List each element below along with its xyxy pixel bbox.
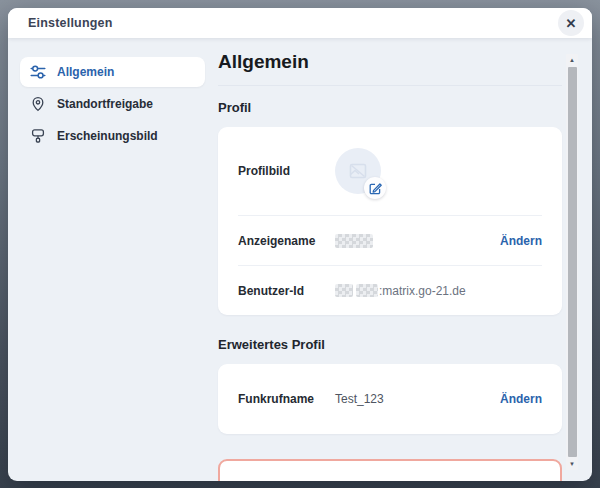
settings-dialog: Einstellungen ✕ Allgemein	[8, 8, 592, 481]
edit-pencil-icon	[369, 182, 382, 195]
vertical-scrollbar[interactable]: ▲ ▼	[566, 54, 578, 470]
no-image-icon	[347, 160, 369, 182]
section-title-erweitertes-profil: Erweitertes Profil	[218, 337, 562, 352]
scroll-up-icon[interactable]: ▲	[566, 54, 578, 66]
sidebar-item-label: Allgemein	[57, 65, 114, 79]
scroll-down-icon[interactable]: ▼	[566, 458, 578, 470]
funkrufname-label: Funkrufname	[238, 392, 335, 406]
dialog-title: Einstellungen	[28, 16, 113, 30]
heading-divider	[218, 85, 562, 86]
funkrufname-row: Funkrufname Test_123 Ändern	[218, 364, 562, 434]
benutzer-id-suffix: :matrix.go-21.de	[379, 284, 466, 298]
settings-main-pane: Allgemein Profil Profilbild	[218, 38, 562, 481]
danger-zone-card	[218, 459, 562, 481]
sidebar-item-standortfreigabe[interactable]: Standortfreigabe	[20, 89, 205, 119]
sidebar-item-allgemein[interactable]: Allgemein	[20, 57, 205, 87]
dialog-titlebar: Einstellungen ✕	[8, 8, 592, 38]
settings-sidebar: Allgemein Standortfreigabe	[20, 57, 205, 153]
funkrufname-aendern-link[interactable]: Ändern	[500, 392, 542, 406]
page-title: Allgemein	[218, 51, 562, 73]
edit-avatar-button[interactable]	[364, 177, 386, 199]
anzeigename-row: Anzeigename Ändern	[218, 216, 562, 265]
extended-profile-card: Funkrufname Test_123 Ändern	[218, 364, 562, 434]
sidebar-item-label: Standortfreigabe	[57, 97, 153, 111]
benutzer-id-value: :matrix.go-21.de	[335, 284, 466, 298]
anzeigename-label: Anzeigename	[238, 234, 335, 248]
section-title-profil: Profil	[218, 100, 562, 115]
benutzer-id-redacted-value	[356, 284, 378, 297]
funkrufname-value: Test_123	[335, 392, 384, 406]
anzeigename-aendern-link[interactable]: Ändern	[500, 234, 542, 248]
profile-card: Profilbild	[218, 127, 562, 315]
profilbild-label: Profilbild	[238, 164, 335, 178]
dialog-body: Allgemein Standortfreigabe	[8, 38, 592, 481]
close-button[interactable]: ✕	[558, 10, 584, 36]
close-icon: ✕	[566, 17, 577, 30]
profilbild-row: Profilbild	[218, 127, 562, 215]
anzeigename-redacted-value	[335, 234, 373, 248]
paint-roller-icon	[30, 128, 46, 144]
location-pin-icon	[30, 96, 46, 112]
sidebar-item-label: Erscheinungsbild	[57, 129, 158, 143]
sliders-icon	[30, 64, 46, 80]
scrollbar-thumb[interactable]	[568, 67, 577, 457]
benutzer-id-label: Benutzer-Id	[238, 284, 335, 298]
avatar	[335, 148, 381, 194]
benutzer-id-row: Benutzer-Id :matrix.go-21.de	[218, 266, 562, 315]
sidebar-item-erscheinungsbild[interactable]: Erscheinungsbild	[20, 121, 205, 151]
benutzer-id-redacted-value	[335, 284, 353, 297]
